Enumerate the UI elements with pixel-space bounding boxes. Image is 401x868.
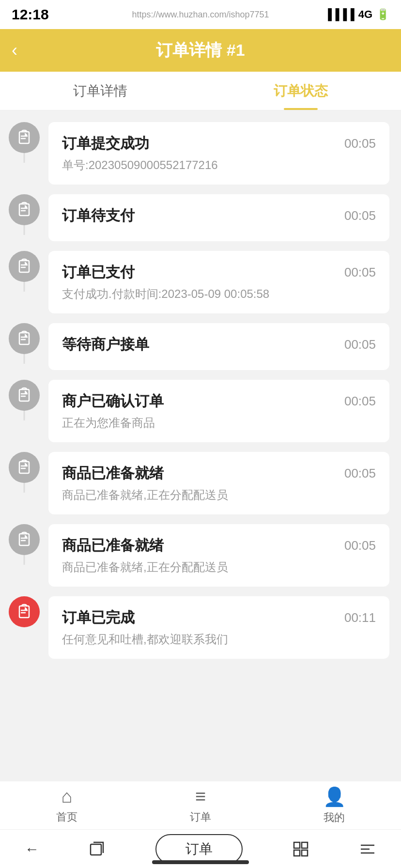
timeline-status-sub: 正在为您准备商品	[62, 415, 376, 431]
timeline-icon	[9, 380, 40, 411]
timeline-connector	[24, 411, 25, 420]
sys-menu-button[interactable]	[359, 840, 376, 858]
timeline-item: 订单待支付 00:05	[0, 194, 401, 241]
battery-icon: 🔋	[376, 8, 389, 21]
timeline-card: 订单已完成 00:11 任何意见和吐槽,都欢迎联系我们	[48, 596, 389, 659]
status-time: 12:18	[12, 6, 49, 23]
svg-rect-18	[19, 534, 29, 545]
timeline-card: 商品已准备就绪 00:05 商品已准备就绪,正在分配配送员	[48, 524, 389, 587]
timeline-icon-col	[0, 122, 48, 153]
tab-bar: 订单详情 订单状态	[0, 72, 401, 110]
timeline-card: 商品已准备就绪 00:05 商品已准备就绪,正在分配配送员	[48, 452, 389, 514]
status-icons: ▐▐▐▐ 4G 🔋	[324, 8, 389, 21]
sys-grid-button[interactable]	[292, 840, 309, 858]
timeline-item: 订单已支付 00:05 支付成功.付款时间:2023-05-09 00:05:5…	[0, 251, 401, 313]
status-bar: 12:18 https://www.huzhan.com/ishop7751 ▐…	[0, 0, 401, 29]
nav-order[interactable]: ≡ 订单	[134, 786, 267, 824]
timeline-connector	[24, 555, 25, 565]
clipboard-icon	[15, 459, 33, 476]
grid-icon	[292, 840, 309, 858]
window-icon	[89, 840, 106, 858]
timeline-icon	[9, 323, 40, 354]
timeline-status-title: 订单已支付	[62, 263, 135, 282]
nav-mine-label: 我的	[324, 810, 345, 825]
timeline-item: 订单已完成 00:11 任何意见和吐槽,都欢迎联系我们	[0, 596, 401, 659]
svg-rect-27	[294, 850, 300, 856]
sys-back-button[interactable]: ←	[25, 841, 39, 857]
svg-rect-12	[19, 389, 29, 401]
bottom-nav: ⌂ 首页 ≡ 订单 👤 我的	[0, 781, 401, 829]
clipboard-icon	[15, 387, 33, 404]
tab-order-status[interactable]: 订单状态	[200, 72, 401, 110]
page-header: ‹ 订单详情 #1	[0, 29, 401, 72]
timeline-status-time: 00:05	[344, 466, 376, 481]
svg-rect-24	[91, 844, 101, 855]
timeline-icon	[9, 596, 40, 627]
timeline-item: 商户已确认订单 00:05 正在为您准备商品	[0, 380, 401, 442]
timeline-item: 等待商户接单 00:05	[0, 323, 401, 370]
timeline-connector	[24, 153, 25, 163]
timeline-card-header: 订单提交成功 00:05	[62, 134, 376, 154]
timeline-item: 商品已准备就绪 00:05 商品已准备就绪,正在分配配送员	[0, 524, 401, 587]
timeline-icon	[9, 524, 40, 555]
clipboard-icon	[15, 330, 33, 347]
timeline-card-header: 商品已准备就绪 00:05	[62, 464, 376, 483]
nav-home[interactable]: ⌂ 首页	[0, 786, 134, 824]
timeline-status-title: 商户已确认订单	[62, 391, 164, 411]
menu-icon	[359, 840, 376, 858]
timeline-card-header: 订单待支付 00:05	[62, 206, 376, 226]
timeline-card-header: 商户已确认订单 00:05	[62, 391, 376, 411]
timeline-status-time: 00:11	[344, 610, 376, 625]
svg-rect-0	[19, 132, 29, 143]
timeline-icon-col	[0, 380, 48, 411]
timeline-status-sub: 任何意见和吐槽,都欢迎联系我们	[62, 632, 376, 647]
nav-mine[interactable]: 👤 我的	[267, 786, 401, 825]
timeline-connector	[24, 354, 25, 364]
timeline-status-sub: 支付成功.付款时间:2023-05-09 00:05:58	[62, 286, 376, 302]
timeline-card: 等待商户接单 00:05	[48, 323, 389, 370]
timeline-status-sub: 单号:20230509000552177216	[62, 157, 376, 173]
sys-order-button[interactable]: 订单	[155, 834, 243, 864]
timeline-card: 订单提交成功 00:05 单号:20230509000552177216	[48, 122, 389, 185]
timeline-status-time: 00:05	[344, 208, 376, 223]
timeline-status-title: 商品已准备就绪	[62, 464, 164, 483]
timeline-status-title: 订单待支付	[62, 206, 135, 226]
timeline-icon	[9, 251, 40, 282]
status-url: https://www.huzhan.com/ishop7751	[132, 10, 269, 20]
user-icon: 👤	[323, 786, 346, 807]
timeline-card: 订单已支付 00:05 支付成功.付款时间:2023-05-09 00:05:5…	[48, 251, 389, 313]
timeline-connector	[24, 282, 25, 292]
svg-rect-28	[302, 850, 308, 856]
home-indicator	[152, 860, 249, 864]
timeline-card: 商户已确认订单 00:05 正在为您准备商品	[48, 380, 389, 442]
timeline-status-title: 商品已准备就绪	[62, 536, 164, 556]
timeline-icon-col	[0, 194, 48, 225]
svg-rect-6	[19, 261, 29, 272]
nav-home-label: 首页	[56, 810, 77, 824]
timeline-card-header: 订单已支付 00:05	[62, 263, 376, 282]
svg-rect-15	[19, 462, 29, 473]
svg-rect-25	[294, 842, 300, 848]
sys-window-button[interactable]	[89, 840, 106, 858]
clipboard-icon	[15, 129, 33, 146]
timeline-icon-col	[0, 452, 48, 483]
clipboard-icon	[15, 258, 33, 275]
svg-rect-21	[19, 606, 29, 618]
svg-rect-3	[19, 204, 29, 216]
timeline-status-time: 00:05	[344, 136, 376, 151]
timeline-card-header: 订单已完成 00:11	[62, 608, 376, 628]
back-button[interactable]: ‹	[12, 40, 17, 61]
svg-rect-9	[19, 333, 29, 344]
timeline-connector	[24, 483, 25, 493]
signal-icon: ▐▐▐▐	[324, 8, 354, 21]
timeline-status-time: 00:05	[344, 538, 376, 553]
timeline-icon	[9, 122, 40, 153]
timeline-icon-col	[0, 323, 48, 354]
timeline-status-sub: 商品已准备就绪,正在分配配送员	[62, 559, 376, 575]
clipboard-icon	[15, 603, 33, 620]
tab-order-detail[interactable]: 订单详情	[0, 72, 200, 110]
timeline-status-time: 00:05	[344, 337, 376, 352]
nav-order-label: 订单	[190, 810, 211, 824]
timeline-item: 订单提交成功 00:05 单号:20230509000552177216	[0, 122, 401, 185]
page-title: 订单详情 #1	[156, 39, 245, 62]
